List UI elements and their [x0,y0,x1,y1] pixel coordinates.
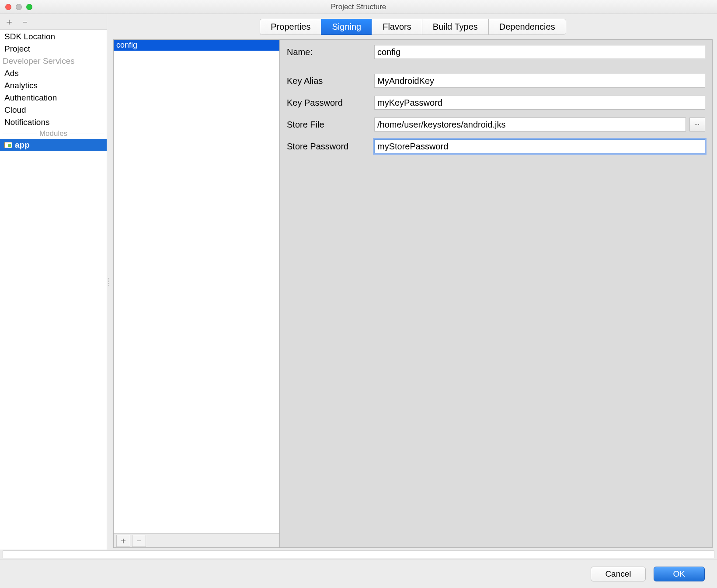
config-list[interactable]: config [114,40,279,533]
sidebar-toolbar: ＋ － [0,14,107,30]
sidebar-modules-label: Modules [39,129,67,138]
store-password-field[interactable] [374,139,705,153]
sidebar-item-ads[interactable]: Ads [0,67,107,80]
key-alias-field[interactable] [374,74,705,88]
store-file-label: Store File [287,120,374,130]
ellipsis-icon: ⋯ [694,121,700,128]
key-password-label: Key Password [287,98,374,108]
status-strip [3,550,714,558]
remove-config-button[interactable]: － [132,535,146,547]
window-minimize-button[interactable] [16,4,22,10]
titlebar: Project Structure [0,0,717,14]
sidebar-module-label: app [15,140,30,150]
sidebar-item-sdk-location[interactable]: SDK Location [0,31,107,43]
store-password-label: Store Password [287,142,374,152]
name-label: Name: [287,47,374,57]
tab-properties[interactable]: Properties [260,19,321,35]
detail-container: config ＋ － Name: Key Alias [113,39,713,548]
add-module-button[interactable]: ＋ [4,15,14,28]
store-file-field[interactable] [374,118,686,131]
config-list-column: config ＋ － [114,40,280,547]
sidebar-modules-separator: Modules [0,128,107,139]
sidebar-list[interactable]: SDK Location Project Developer Services … [0,30,107,550]
tab-signing[interactable]: Signing [321,19,372,35]
key-alias-label: Key Alias [287,76,374,86]
remove-module-button[interactable]: － [20,15,30,28]
name-field[interactable] [374,45,705,59]
cancel-button[interactable]: Cancel [591,567,645,581]
window-close-button[interactable] [5,4,11,10]
browse-store-file-button[interactable]: ⋯ [689,118,705,131]
main-panel: Properties Signing Flavors Build Types D… [107,14,717,550]
window-controls [0,4,32,10]
config-toolbar: ＋ － [114,533,279,547]
sidebar-item-notifications[interactable]: Notifications [0,116,107,128]
segmented-tabs: Properties Signing Flavors Build Types D… [260,19,566,35]
tab-dependencies[interactable]: Dependencies [488,19,566,35]
sidebar-module-app[interactable]: app [0,139,107,151]
tab-flavors[interactable]: Flavors [372,19,422,35]
window-zoom-button[interactable] [26,4,32,10]
window-title: Project Structure [0,3,717,11]
add-config-button[interactable]: ＋ [116,535,130,547]
signing-form: Name: Key Alias Key Password Store File [280,40,712,547]
sidebar-item-authentication[interactable]: Authentication [0,92,107,104]
tab-build-types[interactable]: Build Types [422,19,488,35]
sidebar-item-analytics[interactable]: Analytics [0,80,107,92]
sidebar-group-developer-services: Developer Services [0,55,107,67]
splitter-handle[interactable] [107,275,111,288]
config-list-item[interactable]: config [114,40,279,51]
dialog-footer: Cancel OK [0,559,717,588]
sidebar-item-project[interactable]: Project [0,43,107,55]
ok-button[interactable]: OK [654,567,705,581]
key-password-field[interactable] [374,96,705,110]
sidebar-item-cloud[interactable]: Cloud [0,104,107,116]
sidebar: ＋ － SDK Location Project Developer Servi… [0,14,107,550]
module-icon [4,142,12,148]
tabbar: Properties Signing Flavors Build Types D… [113,14,713,39]
